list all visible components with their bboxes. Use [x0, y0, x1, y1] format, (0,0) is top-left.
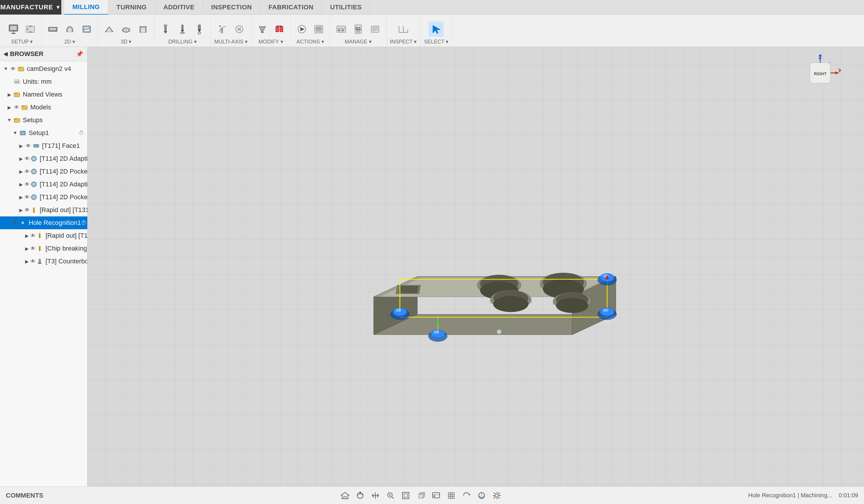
tree-item-setups[interactable]: ▼ Setups — [0, 114, 87, 126]
fit-icon[interactable] — [400, 490, 411, 501]
tab-additive[interactable]: ADDITIVE — [155, 0, 203, 15]
vis-icon-counterbore1[interactable]: 👁 — [31, 258, 36, 265]
pan-icon[interactable] — [370, 490, 381, 501]
rotate-icon[interactable] — [461, 490, 472, 501]
tree-item-pocket2[interactable]: ▶ 👁 [T114] 2D Pocket2 — [0, 191, 87, 204]
inspect-icon-1[interactable] — [396, 22, 411, 37]
tree-expand-adaptive2[interactable]: ▶ — [17, 181, 25, 188]
tree-expand-chip1[interactable]: ▶ — [23, 245, 31, 252]
setup-icon-1[interactable] — [6, 22, 21, 37]
2d-icon-1[interactable] — [45, 22, 60, 37]
tree-item-units[interactable]: ▶ mm Units: mm — [0, 75, 87, 88]
svg-rect-54 — [14, 93, 17, 94]
sidebar-pin-icon[interactable]: 📌 — [75, 50, 84, 58]
setup-group-label[interactable]: SETUP ▾ — [11, 38, 33, 45]
view-cube-icon[interactable] — [416, 490, 426, 501]
setup-icon-2[interactable] — [23, 22, 38, 37]
drilling-icon-3[interactable] — [192, 22, 207, 37]
tree-expand-adaptive1[interactable]: ▶ — [17, 155, 25, 162]
2d-group-label[interactable]: 2D ▾ — [64, 38, 75, 45]
drilling-group-label[interactable]: DRILLING ▾ — [168, 38, 196, 45]
tree-expand-root[interactable]: ▼ — [2, 65, 9, 72]
tab-fabrication[interactable]: FABRICATION — [260, 0, 322, 15]
tree-expand-setups[interactable]: ▼ — [6, 117, 13, 124]
viewport[interactable]: RIGHT Z X Z- — [87, 47, 864, 487]
vis-icon-root[interactable]: 👁 — [9, 65, 17, 73]
manage-icon-2[interactable]: G1 G2 — [350, 22, 366, 37]
tree-expand-units[interactable]: ▶ — [6, 78, 13, 85]
modify-group-label[interactable]: MODIFY ▾ — [259, 38, 283, 45]
tree-item-face1[interactable]: ▶ 👁 [T171] Face1 — [0, 139, 87, 152]
tree-item-root[interactable]: ▼ 👁 camDesign2 v4 — [0, 62, 87, 75]
tree-expand-hole-rec1[interactable]: ▼ — [12, 219, 19, 226]
tree-item-named-views[interactable]: ▶ Named Views — [0, 88, 87, 101]
multiaxis-icon-1[interactable] — [215, 22, 230, 37]
orbit-icon[interactable] — [355, 490, 365, 501]
vis-icon-adaptive1[interactable]: 👁 — [25, 155, 30, 162]
vis-icon-adaptive2[interactable]: 👁 — [25, 181, 30, 188]
grid-icon[interactable] — [446, 490, 457, 501]
modify-icon-1[interactable] — [255, 22, 270, 37]
tab-turning[interactable]: TURNING — [108, 0, 155, 15]
multiaxis-group-label[interactable]: MULTI-AXIS ▾ — [214, 38, 248, 45]
select-icon-1[interactable] — [429, 22, 444, 37]
3d-icon-2[interactable] — [119, 22, 134, 37]
tree-expand-counterbore1[interactable]: ▶ — [23, 258, 31, 265]
actions-icon-1[interactable] — [294, 22, 309, 37]
tree-item-setup1[interactable]: ▼ S Setup1 ⏱ — [0, 126, 87, 139]
home-view-icon[interactable] — [340, 490, 350, 501]
tree-label-drill1: [Rapid out] [T131] Drill1 — [40, 206, 87, 214]
tree-item-counterbore1[interactable]: ▶ 👁 [T3] Counterbore – Sp... — [0, 255, 87, 268]
vis-icon-chip1[interactable]: 👁 — [31, 245, 36, 252]
drilling-icon-1[interactable] — [158, 22, 173, 37]
tree-expand-spot1[interactable]: ▶ — [23, 232, 31, 239]
axis-gizmo[interactable]: RIGHT Z X Z- — [800, 52, 841, 93]
vis-icon-spot1[interactable]: 👁 — [31, 232, 36, 239]
tab-milling[interactable]: MILLING — [64, 0, 108, 15]
modify-icon-2[interactable] — [272, 22, 287, 37]
3d-icon-3[interactable] — [135, 22, 151, 37]
spot1-icon — [36, 232, 44, 240]
tree-item-chip1[interactable]: ▶ 👁 [Chip breaking] [T2] I... — [0, 242, 87, 255]
tree-expand-pocket2[interactable]: ▶ — [17, 194, 25, 201]
2d-icon-3[interactable] — [79, 22, 94, 37]
zoom-icon[interactable] — [385, 490, 396, 501]
tree-expand-models[interactable]: ▶ — [6, 104, 13, 111]
tab-utilities[interactable]: UTILITIES — [322, 0, 370, 15]
actions-icon-2[interactable] — [311, 22, 326, 37]
3d-icon-1[interactable] — [101, 22, 117, 37]
select-group-label[interactable]: SELECT ▾ — [424, 38, 448, 45]
tree-item-hole-rec1[interactable]: ▼ Hole Recognition1 ⏱ — [0, 217, 87, 229]
settings-cog-icon[interactable] — [492, 490, 502, 501]
manage-icon-3[interactable] — [368, 22, 383, 37]
vis-icon-pocket1[interactable]: 👁 — [25, 168, 30, 175]
actions-group-label[interactable]: ACTIONS ▾ — [297, 38, 324, 45]
tree-item-drill1[interactable]: ▶ 👁 [Rapid out] [T131] Drill1 — [0, 204, 87, 217]
tree-item-models[interactable]: ▶ 👁 Models — [0, 101, 87, 114]
vis-icon-face1[interactable]: 👁 — [25, 142, 32, 150]
tree-expand-named-views[interactable]: ▶ — [6, 91, 13, 98]
sidebar-collapse-icon[interactable]: ◀ — [3, 51, 8, 57]
multiaxis-icon-2[interactable] — [232, 22, 247, 37]
inspect-group-label[interactable]: INSPECT ▾ — [390, 38, 417, 45]
tree-item-spot1[interactable]: ▶ 👁 [Rapid out] [T1] Spot... — [0, 229, 87, 242]
vis-icon-models[interactable]: 👁 — [13, 103, 21, 111]
tree-expand-face1[interactable]: ▶ — [17, 142, 25, 149]
tree-item-adaptive1[interactable]: ▶ 👁 [T114] 2D Adaptive1 — [0, 152, 87, 165]
manage-icon-1[interactable] — [334, 22, 349, 37]
manufacture-button[interactable]: MANUFACTURE ▼ — [0, 0, 61, 15]
3d-group-label[interactable]: 3D ▾ — [121, 38, 131, 45]
section-analysis-icon[interactable] — [476, 490, 487, 501]
tab-inspection[interactable]: INSPECTION — [203, 0, 260, 15]
tree-expand-pocket1[interactable]: ▶ — [17, 168, 25, 175]
vis-icon-drill1[interactable]: 👁 — [25, 206, 30, 214]
tree-item-pocket1[interactable]: ▶ 👁 [T114] 2D Pocket1 — [0, 165, 87, 178]
tree-expand-setup1[interactable]: ▼ — [12, 130, 19, 136]
manage-group-label[interactable]: MANAGE ▾ — [345, 38, 372, 45]
vis-icon-pocket2[interactable]: 👁 — [25, 193, 30, 201]
2d-icon-2[interactable] — [62, 22, 77, 37]
display-settings-icon[interactable] — [431, 490, 441, 501]
drilling-icon-2[interactable] — [175, 22, 190, 37]
tree-expand-drill1[interactable]: ▶ — [17, 207, 25, 213]
tree-item-adaptive2[interactable]: ▶ 👁 [T114] 2D Adaptive2 — [0, 178, 87, 191]
